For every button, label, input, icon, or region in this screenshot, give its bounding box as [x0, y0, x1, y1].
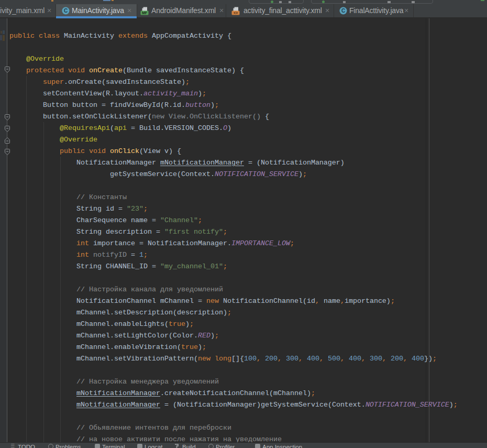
svg-text:<>: <>: [234, 11, 238, 15]
svg-text:MF: MF: [142, 11, 148, 15]
svg-text:C: C: [64, 8, 68, 14]
svg-text:C: C: [341, 8, 345, 14]
